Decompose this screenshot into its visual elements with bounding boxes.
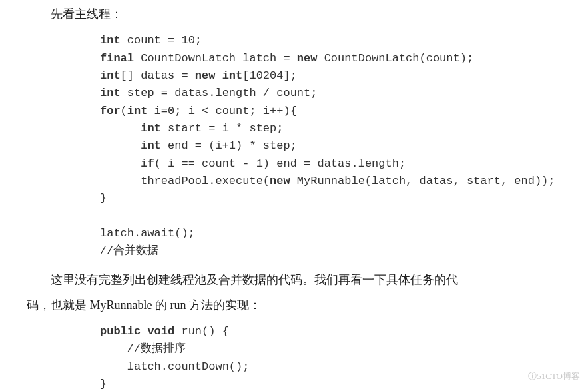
- code-block-run-method: public void run() { //数据排序 latch.countDo…: [100, 323, 561, 389]
- code-block-main-thread: int count = 10; final CountDownLatch lat…: [100, 32, 561, 260]
- text-paragraph-2-line2: 码，也就是 MyRunnable 的 run 方法的实现：: [27, 294, 561, 316]
- watermark-text: ⓘ51CTO博客: [528, 368, 580, 385]
- watermark-icon: ⓘ: [528, 371, 537, 381]
- text-paragraph-2-line1: 这里没有完整列出创建线程池及合并数据的代码。我们再看一下具体任务的代: [27, 268, 561, 291]
- text-intro-1: 先看主线程：: [27, 3, 561, 25]
- text-paragraph-2: 这里没有完整列出创建线程池及合并数据的代码。我们再看一下具体任务的代 码，也就是…: [27, 268, 561, 316]
